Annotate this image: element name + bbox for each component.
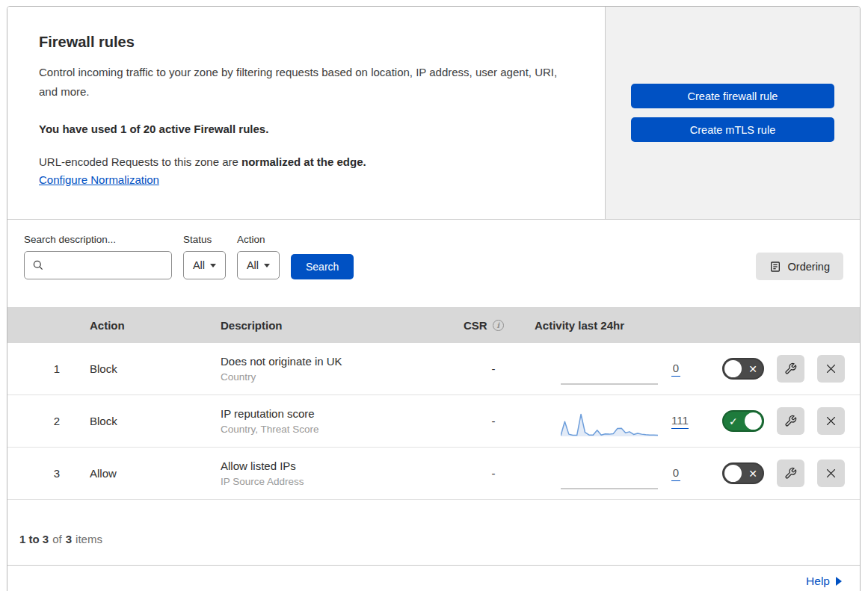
toggle-knob xyxy=(724,360,742,377)
ordering-label: Ordering xyxy=(788,261,830,273)
rule-description-cell: Does not originate in UK Country xyxy=(221,355,464,383)
search-group: Search description... xyxy=(24,234,172,279)
rule-criteria: Country xyxy=(221,371,464,383)
column-csr: CSR i xyxy=(464,319,523,332)
actions-panel: Create firewall rule Create mTLS rule xyxy=(606,7,860,219)
toggle-knob xyxy=(724,465,742,482)
table-row: 2 Block IP reputation score Country, Thr… xyxy=(7,395,860,448)
rule-action: Block xyxy=(90,362,221,375)
create-firewall-rule-button[interactable]: Create firewall rule xyxy=(631,84,834,108)
rule-activity-cell: 0 xyxy=(523,353,710,386)
search-label: Search description... xyxy=(24,234,172,245)
edit-rule-button[interactable] xyxy=(777,355,804,383)
action-selected-value: All xyxy=(247,259,259,271)
delete-rule-button[interactable] xyxy=(817,460,845,487)
search-input[interactable] xyxy=(49,259,164,271)
items-range: 1 to 3 xyxy=(19,533,49,545)
firewall-rules-card: Firewall rules Control incoming traffic … xyxy=(7,6,861,591)
configure-normalization-link[interactable]: Configure Normalization xyxy=(39,173,159,186)
delete-rule-button[interactable] xyxy=(817,355,845,383)
action-group: Action All xyxy=(237,234,280,279)
table-row: 1 Block Does not originate in UK Country… xyxy=(7,343,860,395)
header-section: Firewall rules Control incoming traffic … xyxy=(7,7,860,220)
status-label: Status xyxy=(183,234,226,245)
chevron-down-icon xyxy=(264,264,270,267)
rule-controls: ✓ ✕ xyxy=(710,460,860,487)
rule-description: Does not originate in UK xyxy=(221,355,464,368)
status-selected-value: All xyxy=(193,259,205,271)
delete-x-icon xyxy=(825,363,837,374)
create-mtls-rule-button[interactable]: Create mTLS rule xyxy=(631,117,834,142)
x-icon: ✕ xyxy=(748,363,757,374)
check-icon: ✓ xyxy=(729,415,738,426)
search-icon xyxy=(32,259,44,271)
rule-activity-cell: 111 xyxy=(523,405,710,438)
page-title: Firewall rules xyxy=(39,34,573,51)
rule-activity-cell: 0 xyxy=(523,457,710,490)
rule-description-cell: Allow listed IPs IP Source Address xyxy=(221,460,464,487)
edit-rule-button[interactable] xyxy=(777,407,804,435)
pagination-summary: 1 to 3 of 3 items xyxy=(7,500,860,565)
items-label: items xyxy=(76,533,102,545)
rule-criteria: IP Source Address xyxy=(221,476,464,487)
activity-count-link[interactable]: 0 xyxy=(671,362,680,377)
items-of-label: of xyxy=(52,533,62,545)
edit-rule-button[interactable] xyxy=(777,460,804,487)
status-select[interactable]: All xyxy=(183,251,226,279)
normalization-bold: normalized at the edge. xyxy=(241,155,366,168)
rule-criteria: Country, Threat Score xyxy=(221,424,464,435)
rule-description: Allow listed IPs xyxy=(221,460,464,472)
help-link[interactable]: Help xyxy=(806,575,842,588)
filter-bar: Search description... Status All Action … xyxy=(7,220,860,307)
rule-description-cell: IP reputation score Country, Threat Scor… xyxy=(221,407,464,435)
rule-csr-value: - xyxy=(464,467,523,480)
search-button[interactable]: Search xyxy=(291,254,354,279)
rule-enabled-toggle[interactable]: ✓ ✕ xyxy=(722,410,764,432)
toggle-knob xyxy=(745,412,762,430)
search-box[interactable] xyxy=(24,251,172,279)
wrench-icon xyxy=(784,362,797,375)
help-bar: Help xyxy=(7,565,860,591)
action-label: Action xyxy=(237,234,280,245)
help-arrow-icon xyxy=(836,577,842,586)
table-row: 3 Allow Allow listed IPs IP Source Addre… xyxy=(7,448,860,500)
info-icon[interactable]: i xyxy=(493,320,504,331)
ordering-list-icon xyxy=(769,261,781,273)
column-description: Description xyxy=(221,319,464,332)
table-header: Action Description CSR i Activity last 2… xyxy=(7,307,860,343)
page-description: Control incoming traffic to your zone by… xyxy=(39,63,566,102)
rule-controls: ✓ ✕ xyxy=(710,355,860,383)
rule-priority: 2 xyxy=(7,415,90,427)
rule-csr-value: - xyxy=(464,415,523,427)
rule-enabled-toggle[interactable]: ✓ ✕ xyxy=(722,358,764,380)
items-total: 3 xyxy=(66,533,72,545)
usage-summary: You have used 1 of 20 active Firewall ru… xyxy=(39,123,573,135)
activity-sparkline xyxy=(561,405,658,438)
activity-sparkline xyxy=(561,353,658,386)
normalization-prefix: URL-encoded Requests to this zone are xyxy=(39,155,241,168)
activity-count-link[interactable]: 0 xyxy=(671,466,680,481)
rule-enabled-toggle[interactable]: ✓ ✕ xyxy=(722,462,764,484)
wrench-icon xyxy=(784,415,797,427)
x-icon: ✕ xyxy=(748,468,757,478)
rule-csr-value: - xyxy=(464,362,523,375)
wrench-icon xyxy=(784,467,797,480)
ordering-button[interactable]: Ordering xyxy=(756,253,843,280)
rule-description: IP reputation score xyxy=(221,407,464,420)
column-action: Action xyxy=(90,319,221,332)
rule-controls: ✓ ✕ xyxy=(710,407,860,435)
rule-action: Block xyxy=(90,415,221,427)
activity-count-link[interactable]: 111 xyxy=(671,414,689,429)
delete-x-icon xyxy=(825,468,837,479)
status-group: Status All xyxy=(183,234,226,279)
activity-sparkline xyxy=(561,457,658,490)
rule-action: Allow xyxy=(90,467,221,480)
delete-rule-button[interactable] xyxy=(817,407,845,435)
column-activity: Activity last 24hr xyxy=(523,319,710,332)
chevron-down-icon xyxy=(210,264,216,267)
header-content: Firewall rules Control incoming traffic … xyxy=(7,7,606,219)
help-label: Help xyxy=(806,575,830,588)
rule-priority: 1 xyxy=(7,362,90,375)
action-select[interactable]: All xyxy=(237,251,280,279)
delete-x-icon xyxy=(825,415,837,427)
